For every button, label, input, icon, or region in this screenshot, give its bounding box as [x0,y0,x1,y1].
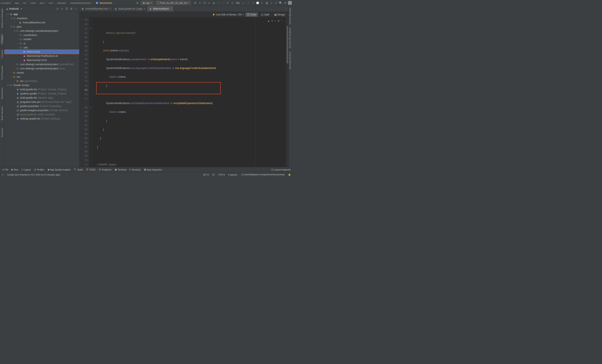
tree-package-androidtest[interactable]: ›🗀com.delasign.samplestarterproject(andr… [4,62,79,66]
tree-folder-coordinators[interactable]: ›🗀coordinators [4,33,79,37]
sync-icon[interactable] [136,1,139,5]
tab-options-icon[interactable]: ⋮ [283,6,289,11]
tree-file-manifest[interactable]: ◈AndroidManifest.xml [4,21,79,25]
close-icon[interactable]: × [109,7,111,10]
rail-structure[interactable]: Structure [1,126,3,139]
cursor-position[interactable]: 55:72 [203,173,209,176]
bc-item[interactable]: er-project [1,2,11,4]
tool-git[interactable]: ⎇Git [2,168,8,171]
rail-running-devices[interactable]: Running Devices [289,50,291,71]
code-editor[interactable]: 39 40 41 42 43 44 45 46 47 48 49 50 51 5… [79,18,289,167]
fold-column[interactable]: ⊟ ⌐ ⊟ [89,18,92,167]
rail-build-variants[interactable]: Build Variants [1,105,3,122]
lock-icon[interactable]: 🔒 [288,173,291,176]
git-commit-icon[interactable]: ✓ [247,1,250,5]
file-encoding[interactable]: UTF-8 [218,173,225,176]
tree-folder-res-gen[interactable]: 🗀res(generated) [4,79,79,83]
tool-problems[interactable]: ⊘Problems [99,168,111,171]
tree-file-settings-gradle[interactable]: ◆settings.gradle.kts(Project Settings) [4,117,79,121]
tree-file-ui[interactable]: ◆MainActivity+UI.kt [4,58,79,62]
tool-profiler[interactable]: ◷Profiler [34,168,44,171]
tree-folder-java[interactable]: ▾🗀java [4,25,79,29]
mode-design-button[interactable]: ▦ Design [273,12,287,17]
tree-folder-utils[interactable]: ›🗀utils [4,45,79,50]
fold-end-icon[interactable]: ⌐ [90,66,91,70]
tree-file-notifications[interactable]: ◆MainActivity+Notifications.kt [4,54,79,58]
tool-aqi[interactable]: ◆App Quality Insights [48,168,71,171]
bc-item[interactable]: MainActivity [100,2,112,4]
options-icon[interactable]: ⚙ [70,7,73,11]
tree-folder-assets[interactable]: ›🗀assets [4,71,79,75]
expand-icon[interactable]: ☰ [65,7,68,11]
tree-file-wrapper-props[interactable]: ▤gradle-wrapper.properties(Gradle Versio… [4,108,79,112]
indent-setting[interactable]: 4 spaces [228,173,237,176]
avd-icon[interactable]: ▦ [265,1,269,5]
rail-project[interactable]: Project [1,34,3,44]
tree-file-mainactivity[interactable]: CMainActivity [4,50,79,54]
tool-logcat[interactable]: ≡Logcat [22,168,31,171]
git-pull-icon[interactable]: ↙ [242,1,245,5]
hide-icon[interactable]: — [74,7,77,11]
git-push-icon[interactable]: ↗ [251,1,255,5]
tree-folder-manifests[interactable]: ▾🗀manifests [4,16,79,21]
bc-item[interactable]: app [15,2,19,4]
search-icon[interactable]: 🔍 [279,1,282,5]
tree-file-proguard[interactable]: ▤proguard-rules.pro(ProGuard Rules for "… [4,100,79,104]
tool-app-inspection[interactable]: ▦App Inspection [144,168,162,171]
tree-gradle-scripts[interactable]: ▾⚙Gradle Scripts [4,83,79,87]
tab-manifest[interactable]: ◈AndroidManifest.xml× [79,6,113,11]
tree-file-build-gradle-app[interactable]: ◆build.gradle.kts(Module :app) [4,96,79,100]
more-actions-icon[interactable]: ⋯ [221,1,225,5]
tree-package[interactable]: ▾🗀com.delasign.samplestarterproject [4,29,79,33]
rail-commit[interactable]: Commit [1,48,3,60]
target-icon[interactable]: ⊙ [56,7,59,11]
tree-package-test[interactable]: ›🗀com.delasign.samplestarterproject(test… [4,66,79,71]
close-icon[interactable]: × [170,7,172,10]
bc-item[interactable]: src [23,2,26,4]
error-stripe[interactable] [286,18,289,167]
tree-module-app[interactable]: ▾▣app [4,12,79,16]
bc-item[interactable]: delasign [57,2,66,4]
chevron-down-icon[interactable]: ▾ [21,7,22,10]
rail-resource-manager[interactable]: Resource Manager [1,7,3,30]
sdk-icon[interactable]: ▯ [270,1,273,5]
run-config-selector[interactable]: app ▾ [141,1,154,5]
bc-item[interactable]: samplestarterproject [70,2,91,4]
sync-gradle-icon[interactable]: ⟲ [274,1,278,5]
live-edit-toggle[interactable]: ⚡Live Edit of literals: ON▾ [212,13,244,16]
settings-icon[interactable]: ⚙ [283,1,287,5]
avatar-icon[interactable] [288,1,292,5]
project-tree[interactable]: ▾▣app ▾🗀manifests ◈AndroidManifest.xml ▾… [4,12,79,167]
tree-file-gradle-props[interactable]: ▤gradle.properties(Project Properties) [4,104,79,108]
tab-mainactivity[interactable]: ◆MainActivity.kt× [147,6,173,11]
tree-folder-ui[interactable]: ›🗀ui [4,41,79,45]
apply-changes-icon[interactable]: ⬆ [226,1,229,5]
rollback-icon[interactable]: ↶ [260,1,264,5]
stop-icon[interactable]: ■ [231,1,234,5]
mode-split-button[interactable]: ◫ Split [259,12,271,17]
tool-todo[interactable]: ☰TODO [86,168,96,171]
device-selector[interactable]: Pixel_3a_API_33_x86_64 ▾ [155,1,191,5]
profile-icon[interactable]: ◉ [212,1,215,5]
bc-item[interactable]: java [40,2,44,4]
breadcrumb[interactable]: er-project〉 app〉 src〉 main〉 java〉 com〉 d… [1,1,112,4]
line-gutter[interactable]: 39 40 41 42 43 44 45 46 47 48 49 50 51 5… [79,18,89,167]
tool-layout-inspector[interactable]: ◫Layout Inspector [271,168,291,171]
tab-build-gradle[interactable]: ◆build.gradle.kts (:app)× [113,6,147,11]
tool-terminal[interactable]: ▣Terminal [115,168,127,171]
history-icon[interactable]: 🕐 [256,1,259,5]
scroll-thumb[interactable] [287,26,288,64]
next-highlight-icon[interactable]: ⌄ [284,19,286,23]
prev-highlight-icon[interactable]: ⌃ [281,19,283,23]
bc-item[interactable]: com [49,2,53,4]
tool-run[interactable]: ▶Run [11,168,18,171]
tree-folder-models[interactable]: ›🗀models [4,37,79,41]
tool-window-toggle-icon[interactable]: ◱ [2,173,4,176]
bc-item[interactable]: main [31,2,36,4]
code-content[interactable]: $intent | ${intent.extras}", ) when (int… [92,18,289,167]
tree-file-build-gradle-project[interactable]: ◆build.gradle.kts(Project: Sample_Projec… [4,87,79,92]
coverage-icon[interactable]: ▸ [208,1,211,5]
tool-services[interactable]: ▸Services [129,168,140,171]
rail-device-file-explorer[interactable]: Device File Explorer [289,26,291,50]
tree-file-local-props[interactable]: ▤local.properties(SDK Location) [4,112,79,117]
